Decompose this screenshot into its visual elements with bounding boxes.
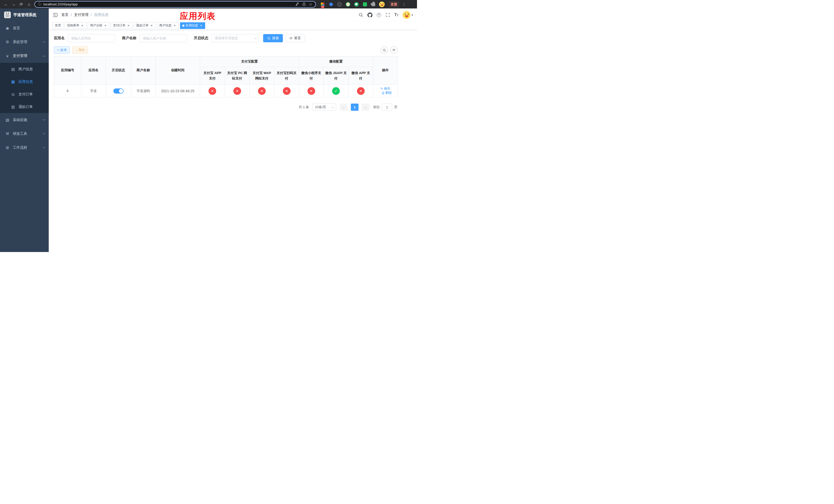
app-name-input[interactable] (68, 34, 115, 42)
help-icon[interactable]: ? (377, 13, 381, 17)
sidebar-item-app-info[interactable]: ▦ 应用信息 (0, 75, 49, 88)
browser-forward-button[interactable]: → (10, 1, 18, 8)
infrastructure-icon: ▧ (5, 118, 10, 122)
toggle-search-button[interactable] (380, 46, 388, 53)
download-icon: ↓ (76, 48, 77, 52)
col-group-wechat: 微信配置 (299, 56, 373, 67)
wechat-extension-icon[interactable] (353, 1, 359, 7)
chevron-down-icon (332, 106, 334, 109)
cell-app-id: 6 (54, 85, 81, 97)
goto-page-input[interactable] (382, 104, 392, 111)
chevron-down-icon (43, 118, 45, 120)
tab-app-info[interactable]: 应用信息 × (180, 22, 205, 29)
sidebar-item-infrastructure[interactable]: ▧ 基础设施 (0, 113, 49, 127)
sidebar-item-workflow[interactable]: ⊞ 工作流程 (0, 141, 49, 155)
url-text: localhost:1024/pay/app (43, 2, 293, 6)
dev-tools-icon: ⚒ (5, 132, 10, 136)
site-info-icon[interactable]: ⓘ (38, 2, 41, 7)
fullscreen-icon[interactable] (386, 13, 390, 17)
breadcrumb-home[interactable]: 首页 (61, 13, 68, 17)
browser-reload-button[interactable]: ⟳ (18, 1, 25, 8)
bookmark-star-icon[interactable]: ☆ (309, 2, 312, 6)
trash-icon (381, 92, 385, 95)
tab-merchant-info[interactable]: 商户信息 × (157, 22, 179, 29)
reset-button[interactable]: ⟳ 重置 (285, 34, 305, 42)
address-bar[interactable]: ⓘ localhost:1024/pay/app ☆ (35, 1, 316, 8)
github-icon[interactable] (368, 13, 372, 18)
col-created-at: 创建时间 (156, 56, 200, 85)
app-name-label: 应用名 (54, 36, 65, 41)
search-button[interactable]: 搜索 (263, 34, 283, 42)
goto-label: 前往 (373, 105, 380, 110)
extension-dark-icon[interactable] (336, 1, 343, 7)
browser-home-button[interactable]: ⌂ (25, 1, 33, 8)
col-wechat-jsapi: 微信 JSAPI 支付 (324, 67, 349, 85)
yen-icon: ¥ (5, 54, 10, 58)
close-icon[interactable]: × (173, 24, 176, 27)
browser-back-button[interactable]: ← (2, 1, 10, 8)
sidebar-item-merchant-info[interactable]: ▤ 商户信息 (0, 63, 49, 75)
pagination-total: 共 1 条 (299, 105, 309, 110)
col-alipay-pc: 支付宝 PC 网站支付 (225, 67, 249, 85)
sidebar-item-home[interactable]: ◉ 首页 (0, 21, 49, 35)
chrome-menu-icon[interactable]: ⋮ (401, 2, 407, 7)
close-icon[interactable]: × (150, 24, 153, 27)
extension-gem-icon[interactable] (328, 1, 334, 7)
extension-colorful-icon[interactable]: 10 (320, 1, 326, 7)
prev-page-button[interactable]: ‹ (340, 104, 348, 111)
page-number-button[interactable]: 1 (351, 104, 358, 111)
sidebar-item-refund-order[interactable]: ▥ 退款订单 (0, 100, 49, 113)
close-icon[interactable]: × (127, 24, 130, 27)
wechat-mini-status-icon: ✕ (307, 87, 315, 95)
delete-link[interactable]: 删除 (381, 91, 392, 95)
col-merchant: 商户名称 (131, 56, 156, 85)
col-status: 开启状态 (106, 56, 131, 85)
status-toggle[interactable] (113, 88, 124, 94)
extension-green-square-icon[interactable] (362, 1, 368, 7)
merchant-name-input[interactable] (139, 34, 187, 42)
sidebar-item-payment[interactable]: ¥ 支付管理 (0, 49, 49, 63)
breadcrumb-current: 应用信息 (94, 13, 109, 17)
extension-avatar-icon[interactable] (345, 1, 351, 7)
tab-user-group[interactable]: 用户分组 × (88, 22, 110, 29)
sidebar-item-dev-tools[interactable]: ⚒ 研发工具 (0, 127, 49, 141)
col-app-name: 应用名 (81, 56, 106, 85)
gear-icon: ⚙ (5, 40, 10, 44)
cell-status (106, 85, 131, 97)
chrome-update-button[interactable]: 更新 (389, 1, 399, 8)
merchant-card-icon: ▤ (11, 67, 15, 71)
page-size-select[interactable]: 10条/页 (313, 104, 336, 111)
extensions-puzzle-icon[interactable] (370, 1, 376, 7)
next-page-button[interactable]: › (362, 104, 370, 111)
share-icon[interactable] (302, 2, 306, 7)
close-icon[interactable]: × (104, 24, 107, 27)
sidebar-item-system[interactable]: ⚙ 系统管理 (0, 35, 49, 49)
tab-process-form[interactable]: 流程表单 × (65, 22, 86, 29)
edit-link[interactable]: ✎ 修改 (380, 86, 390, 91)
browser-profile-avatar[interactable] (379, 1, 385, 7)
col-app-id: 应用编号 (54, 56, 81, 85)
sidebar-item-pay-order[interactable]: ◎ 支付订单 (0, 88, 49, 100)
password-key-icon[interactable] (295, 2, 299, 7)
sidebar-collapse-icon[interactable] (53, 13, 58, 17)
top-header: 首页 / 支付管理 / 应用信息 应用列表 ? TT (49, 8, 417, 21)
alipay-app-status-icon: ✕ (208, 87, 216, 95)
font-size-icon[interactable]: TT (394, 13, 398, 17)
breadcrumb-payment[interactable]: 支付管理 (74, 13, 88, 17)
user-avatar[interactable]: ▾ (403, 11, 413, 19)
tab-pay-order[interactable]: 支付订单 × (111, 22, 133, 29)
refresh-table-button[interactable]: ⟳ (390, 46, 397, 53)
app-table: 应用编号 应用名 开启状态 商户名称 创建时间 支付宝配置 微信配置 操作 支付… (54, 56, 398, 97)
cell-merchant: 芋道源码 (131, 85, 156, 97)
search-icon[interactable] (358, 13, 363, 17)
tab-refund-order[interactable]: 退款订单 × (134, 22, 156, 29)
close-icon[interactable]: × (81, 24, 84, 27)
tab-home[interactable]: 首页 (52, 22, 63, 29)
export-button[interactable]: ↓ 导出 (72, 46, 88, 53)
logo-image (4, 12, 11, 18)
pagination: 共 1 条 10条/页 ‹ 1 › 前往 页 (54, 104, 397, 111)
sidebar: 芋道管理系统 ◉ 首页 ⚙ 系统管理 ¥ 支付管理 ▤ 商户信息 (0, 8, 49, 252)
close-icon[interactable]: × (199, 24, 203, 27)
status-select[interactable]: 请选择开启状态 (211, 34, 259, 42)
add-button[interactable]: + 新增 (54, 46, 70, 53)
